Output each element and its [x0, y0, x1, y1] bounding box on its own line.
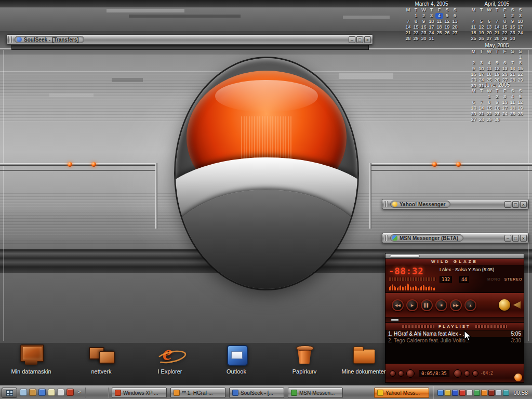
firewall-tray-icon[interactable]	[488, 390, 495, 396]
pause-button[interactable]: ▌▌	[421, 299, 433, 311]
winamp-eq-sliders[interactable]	[389, 277, 436, 281]
playlist-item[interactable]: 1. HGraf & Ahi Nama feat Alex - ...5:05	[387, 330, 523, 337]
close-button[interactable]: ×	[364, 36, 371, 43]
calendar-day: 21	[404, 30, 412, 36]
window-soulseek-titlebar[interactable]: SoulSeek - [Transfers] – □ ×	[6, 34, 373, 45]
eject-button[interactable]: ▲	[464, 299, 476, 311]
maximize-button[interactable]: □	[512, 235, 519, 242]
calendar-weekday: F	[501, 88, 509, 94]
minimize-button[interactable]: –	[504, 235, 511, 242]
network-tray-icon[interactable]	[474, 390, 480, 396]
desktop-icon-outlook[interactable]: Outlook	[208, 344, 265, 375]
calendar-day: 15	[516, 66, 524, 72]
led-dot	[432, 162, 437, 167]
calendar-day: 29	[412, 36, 420, 42]
soulseek-tray-icon[interactable]	[452, 390, 458, 396]
winamp-titlebar[interactable]	[385, 254, 524, 259]
calendar-day: 11	[435, 19, 443, 24]
maximize-button[interactable]: □	[356, 36, 363, 43]
msn-tray-icon[interactable]	[437, 390, 444, 396]
play-button[interactable]: ▶	[406, 299, 418, 311]
calendar-empty-cell	[501, 55, 509, 60]
minimize-button[interactable]: –	[349, 36, 355, 43]
task-button[interactable]: ** 1. HGraf ...	[170, 388, 225, 398]
task-button[interactable]: Yahoo! Mess...	[374, 388, 429, 398]
task-button[interactable]: Windows XP ...	[112, 388, 167, 398]
close-button[interactable]: ×	[520, 235, 527, 242]
quick-launch-overflow-chevron[interactable]: »	[78, 388, 81, 394]
document-icon[interactable]	[57, 389, 64, 396]
winamp-position-slider[interactable]	[385, 317, 524, 323]
wallpaper-noise	[129, 15, 241, 18]
window-msn-titlebar[interactable]: MSN Messenger (BETA) – □ ×	[382, 233, 529, 243]
msn-task-icon	[291, 390, 297, 396]
show-desktop-icon[interactable]	[20, 389, 27, 396]
window-title: MSN Messenger (BETA)	[400, 235, 458, 241]
task-button[interactable]: MSN Messen...	[288, 388, 343, 398]
calendar-weekday: S	[509, 49, 516, 55]
calendar-weekday: F	[501, 7, 509, 13]
close-button[interactable]: ×	[520, 201, 527, 208]
taskbar-separator	[85, 388, 86, 398]
calendar-weekday: M	[404, 7, 412, 13]
winamp-skin-title: WILD GLAZE	[385, 259, 524, 265]
calendar-empty-cell	[509, 55, 516, 60]
calendar-day: 31	[428, 36, 435, 42]
winamp-tray-icon[interactable]	[481, 390, 487, 396]
calendar-day: 25	[470, 36, 477, 42]
updates-tray-icon[interactable]	[445, 390, 451, 396]
calendar-day: 29	[485, 117, 493, 123]
minimize-button[interactable]: –	[504, 201, 511, 208]
calendar-day: 20	[470, 111, 477, 117]
calendar-day: 22	[516, 72, 524, 77]
playlist-item[interactable]: 2. Tego Calderon feat. Julio Voltio...3:…	[387, 337, 523, 344]
messenger-icon[interactable]	[38, 389, 46, 396]
maximize-button[interactable]: □	[512, 201, 519, 208]
desktop-icon-my-documents[interactable]: Mine dokumenter	[335, 344, 392, 375]
system-tray: 00:58	[433, 386, 532, 399]
antivirus-tray-icon[interactable]	[459, 390, 466, 396]
desktop-icon-label: Min datamaskin	[11, 368, 51, 375]
desktop-icon-network[interactable]: nettverk	[73, 344, 130, 375]
calendar-weekday: S	[516, 49, 524, 55]
start-button[interactable]	[2, 388, 17, 398]
calendar-day: 19	[516, 105, 524, 111]
folder-icon[interactable]	[29, 389, 36, 396]
playlist-list-button[interactable]	[454, 369, 462, 378]
playlist-opts-button[interactable]	[472, 370, 478, 377]
stop-button[interactable]: ■	[435, 299, 447, 311]
calendar-weekday: T	[412, 7, 420, 13]
previous-button[interactable]: ◀◀	[392, 299, 404, 311]
next-button[interactable]: ▶▶	[450, 299, 462, 311]
window-soulseek-rolled-body	[11, 45, 369, 50]
playlist-item-duration: 5:05	[511, 330, 521, 337]
taskbar-tasks: Windows XP ...** 1. HGraf ...SoulSeek - …	[112, 388, 433, 398]
wallpaper-noise	[343, 16, 390, 19]
desktop-icon-internet-explorer[interactable]: I Explorer	[141, 344, 198, 375]
winamp-scroll-knob[interactable]	[514, 374, 522, 381]
wallpaper-emblem	[176, 58, 357, 289]
task-button[interactable]: SoulSeek - [...	[229, 388, 284, 398]
display-tray-icon[interactable]	[503, 390, 509, 396]
desktop-icon-my-computer[interactable]: Min datamaskin	[3, 344, 60, 375]
notes-icon[interactable]	[48, 389, 55, 396]
playlist-sel-button[interactable]	[464, 370, 470, 377]
winamp-position-handle[interactable]	[391, 318, 399, 322]
window-yahoo-titlebar[interactable]: Yahoo! Messenger – □ ×	[382, 199, 529, 209]
winamp-track-title: t Alex - Salsa Y Son (5:05)	[440, 267, 522, 273]
volume-tray-icon[interactable]	[467, 390, 473, 396]
winamp-transport: ◀◀▶▌▌■▶▶▲	[385, 292, 524, 317]
desktop-icon-recycle-bin[interactable]: Papirkurv	[276, 344, 333, 375]
calendar-empty-cell	[485, 13, 493, 19]
wallpaper-noise	[49, 94, 94, 97]
browser-icon[interactable]	[66, 389, 74, 396]
playlist-time-display: 0:05/8:35	[419, 370, 449, 377]
playlist-misc-button[interactable]	[406, 369, 415, 378]
calendar-day: 2	[420, 13, 428, 19]
scheduler-tray-icon[interactable]	[496, 390, 502, 396]
winamp-playlist: 1. HGraf & Ahi Nama feat Alex - ...5:052…	[385, 330, 524, 363]
my-documents-icon	[351, 344, 376, 366]
calendar-day: 5	[443, 13, 451, 19]
calendar-day: 18	[470, 30, 477, 36]
window-controls: – □ ×	[504, 201, 527, 208]
